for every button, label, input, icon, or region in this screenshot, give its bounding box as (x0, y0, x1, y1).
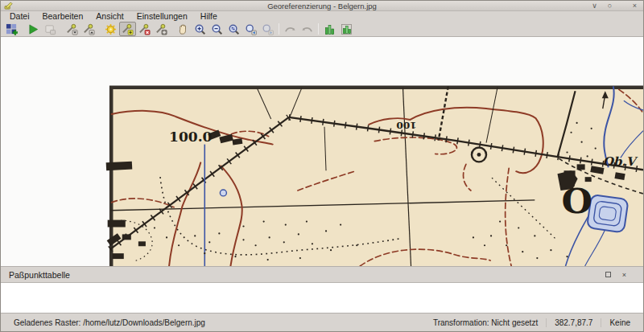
menu-hilfe[interactable]: Hilfe (195, 11, 223, 22)
menu-bar: Datei Bearbeiten Ansicht Einstellungen H… (1, 11, 643, 22)
open-raster-icon[interactable] (3, 22, 20, 36)
save-gcp-points-icon[interactable] (80, 22, 97, 36)
window-title: Georeferenzierung - Belgern.jpg (1, 2, 643, 10)
zoom-last-icon[interactable] (242, 22, 259, 36)
zoom-in-icon[interactable] (192, 22, 208, 36)
loaded-raster-status: Geladenes Raster: /home/lutz/Downloads/B… (6, 318, 213, 327)
maximize-button[interactable]: ○ (605, 2, 615, 10)
cursor-coordinates: 382.7,87.7 (546, 318, 601, 327)
transformation-settings-icon[interactable] (102, 22, 119, 36)
title-bar: Georeferenzierung - Belgern.jpg ∨ ○ × (1, 1, 643, 11)
close-button[interactable]: × (630, 2, 640, 10)
map-label-contour-100-inverted: 100 (396, 120, 416, 131)
dock-close-icon[interactable]: × (620, 270, 629, 279)
gcp-table[interactable] (1, 283, 643, 314)
map-label-big-o: O (561, 180, 592, 221)
crs-status: Keine (601, 318, 638, 327)
dock-float-icon[interactable] (604, 270, 613, 279)
minimize-button[interactable]: ∨ (589, 2, 600, 10)
transformation-status: Transformation: Nicht gesetzt (425, 318, 546, 327)
start-georeferencing-icon[interactable] (25, 22, 42, 36)
zoom-out-icon[interactable] (208, 22, 225, 36)
map-label-ob: Ob.V (603, 154, 638, 169)
link-georeferencer-to-qgis-icon[interactable] (282, 22, 299, 36)
move-gcp-point-icon[interactable] (153, 22, 170, 36)
delete-point-icon[interactable] (136, 22, 153, 36)
menu-ansicht[interactable]: Ansicht (90, 11, 129, 22)
link-qgis-to-georeferencer-icon[interactable] (299, 22, 316, 36)
map-label-contour-100: 100.0 (169, 129, 212, 145)
georeferencer-window: Georeferenzierung - Belgern.jpg ∨ ○ × Da… (0, 0, 644, 332)
generate-gdal-script-icon[interactable] (42, 22, 59, 36)
pond (587, 195, 629, 232)
status-bar: Geladenes Raster: /home/lutz/Downloads/B… (1, 314, 643, 331)
load-gcp-points-icon[interactable] (64, 22, 80, 36)
pan-icon[interactable] (175, 22, 192, 36)
gcp-panel-header[interactable]: Paßpunkttabelle × (1, 267, 643, 283)
add-point-icon[interactable] (119, 22, 136, 36)
gcp-panel-title: Paßpunkttabelle (9, 270, 70, 280)
menu-einstellungen[interactable]: Einstellungen (131, 11, 193, 22)
full-histogram-stretch-icon[interactable] (321, 22, 338, 36)
menu-bearbeiten[interactable]: Bearbeiten (37, 11, 89, 22)
zoom-to-layer-icon[interactable] (225, 22, 242, 36)
toolbar (1, 22, 643, 37)
zoom-next-icon[interactable] (259, 22, 276, 36)
raster-map-image[interactable]: 100.0 100 O Ob.V (1, 37, 643, 266)
menu-datei[interactable]: Datei (4, 11, 35, 22)
map-canvas[interactable]: 100.0 100 O Ob.V (1, 37, 643, 267)
local-histogram-stretch-icon[interactable] (338, 22, 355, 36)
georeferencer-app-icon (4, 2, 13, 10)
